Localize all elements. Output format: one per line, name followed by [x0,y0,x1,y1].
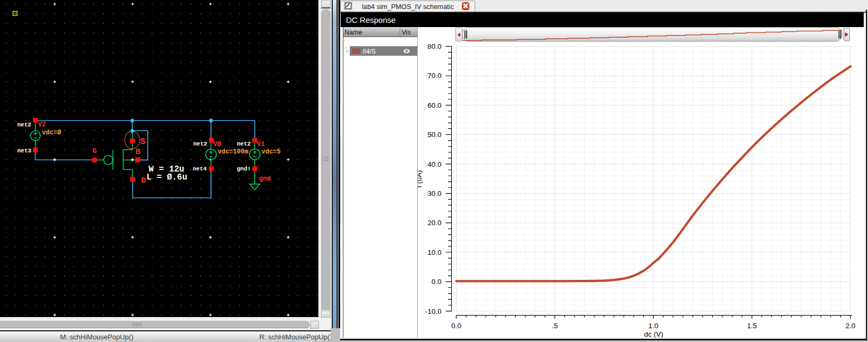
svg-text:L = Ø.6u: L = Ø.6u [147,173,188,182]
svg-text:0.0: 0.0 [451,322,461,330]
svg-text:0.0: 0.0 [432,278,442,286]
svg-text:2.0: 2.0 [846,322,856,330]
svg-text:10.0: 10.0 [427,249,441,256]
svg-text:net2: net2 [193,141,207,147]
svg-text:gnd: gnd [259,175,271,183]
svg-text:net4: net4 [193,166,207,172]
svg-text:I (uA): I (uA) [418,170,423,187]
svg-text:1.0: 1.0 [648,322,659,330]
svg-text:vdc=5: vdc=5 [262,148,281,156]
svg-text:50.0: 50.0 [427,131,441,139]
svg-text:-10.0: -10.0 [425,307,442,315]
svg-text:20.0: 20.0 [427,219,441,227]
svg-text:80.0: 80.0 [427,42,441,50]
svg-text:70.0: 70.0 [427,72,441,80]
svg-text:vdc=100m: vdc=100m [218,148,249,156]
svg-text:VØ: VØ [214,141,221,148]
svg-text:S: S [140,136,146,147]
svg-text:.5: .5 [552,322,558,330]
svg-text:1.5: 1.5 [747,322,757,330]
svg-text:net3: net3 [18,148,32,154]
svg-text:net2: net2 [237,141,251,147]
svg-text:G: G [92,147,97,155]
svg-text:vdc=Ø: vdc=Ø [42,129,61,136]
svg-text:60.0: 60.0 [427,101,441,109]
svg-text:V1: V1 [257,141,265,148]
svg-text:B: B [136,148,140,157]
svg-text:V2: V2 [38,121,46,129]
svg-text:net2: net2 [18,122,31,128]
svg-text:30.0: 30.0 [427,190,441,198]
svg-text:gnd!: gnd! [237,166,251,172]
svg-text:D: D [141,176,146,185]
svg-text:40.0: 40.0 [427,160,441,168]
